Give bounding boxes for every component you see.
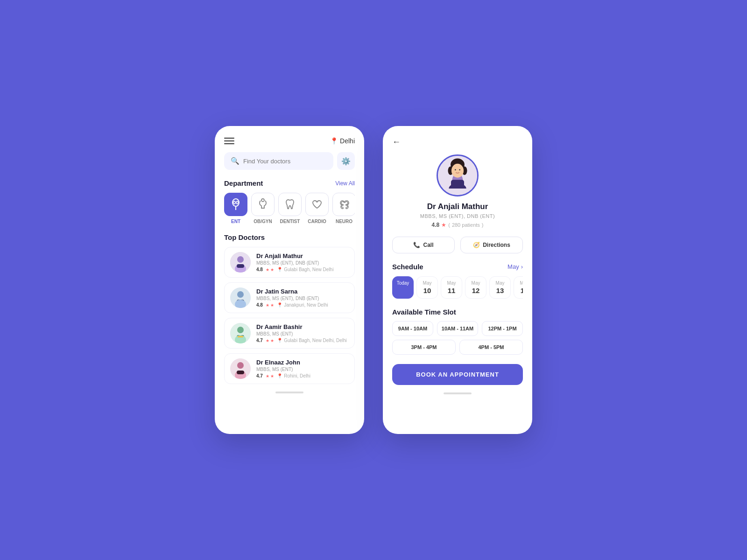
doctor-avatar-large [437, 154, 479, 196]
date-pills: Today May 10 May 11 May 12 May 13 May 14 [392, 276, 523, 299]
doctors-list: Dr Anjali Mathur MBBS, MS (ENT), DNB (EN… [224, 247, 355, 384]
dept-label-ent: ENT [231, 219, 240, 224]
back-button[interactable]: ← [392, 137, 401, 147]
dept-icon-neuro [332, 193, 355, 216]
doctor-meta-3: 4.7 ★ ★ 📍 Rohini, Delhi [256, 373, 310, 378]
svg-point-3 [261, 199, 264, 202]
schedule-header: Schedule May › [392, 263, 523, 271]
dept-label-cardio: CARDIO [308, 219, 326, 224]
scroll-indicator [275, 392, 303, 393]
book-appointment-button[interactable]: BOOK AN APPOINTMENT [392, 364, 523, 385]
doctor-specialty-0: MBBS, MS (ENT), DNB (ENT) [256, 260, 333, 266]
time-slots-row2: 3PM - 4PM 4PM - 5PM [392, 340, 523, 355]
time-slots-title: Available Time Slot [392, 308, 456, 316]
left-header: 📍 Delhi [224, 137, 355, 145]
right-phone: ← [383, 126, 532, 434]
schedule-title: Schedule [392, 263, 423, 271]
top-doctors-header: Top Doctors [224, 233, 355, 241]
dept-icon-ent [224, 193, 247, 216]
right-scroll-indicator [444, 392, 472, 394]
doctor-rating-1: 4.8 [256, 302, 263, 308]
svg-point-14 [237, 327, 244, 333]
time-slots-section: Available Time Slot 9AM - 10AM 10AM - 11… [392, 308, 523, 355]
dept-item-cardio[interactable]: CARDIO [305, 193, 329, 224]
doctor-location-1: 📍 Janakpuri, New Delhi [277, 302, 328, 308]
svg-point-6 [237, 256, 244, 263]
top-doctors-title: Top Doctors [224, 233, 265, 241]
doctor-card-3[interactable]: Dr Elnaaz John MBBS, MS (ENT) 4.7 ★ ★ 📍 … [224, 353, 355, 384]
doctor-card-1[interactable]: Dr Jatin Sarna MBBS, MS (ENT), DNB (ENT)… [224, 282, 355, 313]
location-icon: 📍 [330, 137, 338, 145]
right-doctor-rating: 4.8 [432, 222, 440, 228]
doctor-card-0[interactable]: Dr Anjali Mathur MBBS, MS (ENT), DNB (EN… [224, 247, 355, 278]
time-slot-4[interactable]: 4PM - 5PM [459, 340, 523, 355]
dept-item-dentist[interactable]: DENTIST [278, 193, 302, 224]
time-slot-2[interactable]: 12PM - 1PM [482, 321, 523, 336]
svg-point-2 [236, 201, 238, 204]
date-pill-may12[interactable]: May 12 [465, 276, 486, 299]
doctor-info-2: Dr Aamir Bashir MBBS, MS (ENT) 4.7 ★ ★ 📍… [256, 323, 347, 343]
doctor-rating-3: 4.7 [256, 373, 263, 378]
chevron-right-icon: › [521, 263, 523, 270]
doctor-specialty-2: MBBS, MS (ENT) [256, 331, 347, 336]
department-title: Department [224, 179, 263, 187]
svg-point-19 [237, 362, 244, 369]
doctor-avatar-2 [230, 323, 251, 343]
time-slot-1[interactable]: 10AM - 11AM [437, 321, 478, 336]
search-icon: 🔍 [231, 157, 240, 165]
date-pill-may11[interactable]: May 11 [441, 276, 462, 299]
star-icon-0: ★ ★ [266, 267, 275, 272]
svg-point-29 [451, 164, 464, 178]
dept-item-obgyn[interactable]: OB/GYN [251, 193, 275, 224]
doctor-profile-section: Dr Anjali Mathur MBBS, MS (ENT), DNB (EN… [392, 154, 523, 228]
doctor-info-3: Dr Elnaaz John MBBS, MS (ENT) 4.7 ★ ★ 📍 … [256, 359, 310, 378]
date-pill-may14[interactable]: May 14 [514, 276, 523, 299]
dept-item-ent[interactable]: ENT [224, 193, 247, 224]
doctor-meta-1: 4.8 ★ ★ 📍 Janakpuri, New Delhi [256, 302, 328, 308]
action-buttons: 📞 Call 🧭 Directions [392, 237, 523, 253]
left-phone: 📍 Delhi 🔍 ⚙️ Department View All [215, 126, 364, 434]
hamburger-menu-button[interactable] [224, 138, 234, 144]
date-pill-today[interactable]: Today [392, 276, 414, 299]
doctor-card-2[interactable]: Dr Aamir Bashir MBBS, MS (ENT) 4.7 ★ ★ 📍… [224, 318, 355, 349]
svg-rect-25 [451, 180, 464, 189]
doctor-meta-2: 4.7 ★ ★ 📍 Gulabi Bagh, New Delhi, Delhi [256, 338, 347, 343]
directions-button[interactable]: 🧭 Directions [460, 237, 523, 253]
doctor-location-3: 📍 Rohini, Delhi [277, 373, 310, 378]
time-slot-0[interactable]: 9AM - 10AM [392, 321, 433, 336]
dept-icon-obgyn [251, 193, 275, 216]
dept-label-neuro: NEURO [336, 219, 352, 224]
filter-button[interactable]: ⚙️ [337, 152, 355, 170]
svg-point-10 [237, 291, 244, 298]
call-button[interactable]: 📞 Call [392, 237, 455, 253]
dept-icon-dentist [278, 193, 302, 216]
doctor-avatar-3 [230, 358, 251, 379]
doctor-specialty-1: MBBS, MS (ENT), DNB (ENT) [256, 296, 328, 301]
doctor-name-3: Dr Elnaaz John [256, 359, 310, 366]
department-section-header: Department View All [224, 179, 355, 187]
location-badge: 📍 Delhi [330, 137, 355, 145]
dept-label-obgyn: OB/GYN [254, 219, 272, 224]
date-pill-may13[interactable]: May 13 [489, 276, 511, 299]
screens-wrapper: 📍 Delhi 🔍 ⚙️ Department View All [215, 98, 532, 462]
dept-icon-cardio [305, 193, 329, 216]
dept-item-neuro[interactable]: NEURO [332, 193, 355, 224]
doctor-location-0: 📍 Gulabi Bagh, New Delhi [277, 267, 333, 272]
search-input-wrap[interactable]: 🔍 [224, 152, 333, 170]
search-input[interactable] [243, 158, 327, 165]
svg-point-1 [233, 201, 235, 204]
doctor-name-0: Dr Anjali Mathur [256, 252, 333, 259]
doctor-name-1: Dr Jatin Sarna [256, 288, 328, 295]
right-doctor-name: Dr Anjali Mathur [427, 202, 488, 211]
today-label: Today [397, 280, 409, 286]
time-slot-3[interactable]: 3PM - 4PM [392, 340, 456, 355]
date-pill-may10[interactable]: May 10 [416, 276, 438, 299]
star-icon-1: ★ ★ [266, 303, 275, 308]
svg-rect-17 [238, 336, 243, 337]
doctor-avatar-1 [230, 287, 251, 308]
dept-label-dentist: DENTIST [280, 219, 300, 224]
svg-rect-21 [237, 371, 244, 374]
patient-count: ( [448, 222, 450, 228]
department-view-all[interactable]: View All [335, 180, 355, 187]
schedule-month[interactable]: May › [507, 263, 523, 270]
